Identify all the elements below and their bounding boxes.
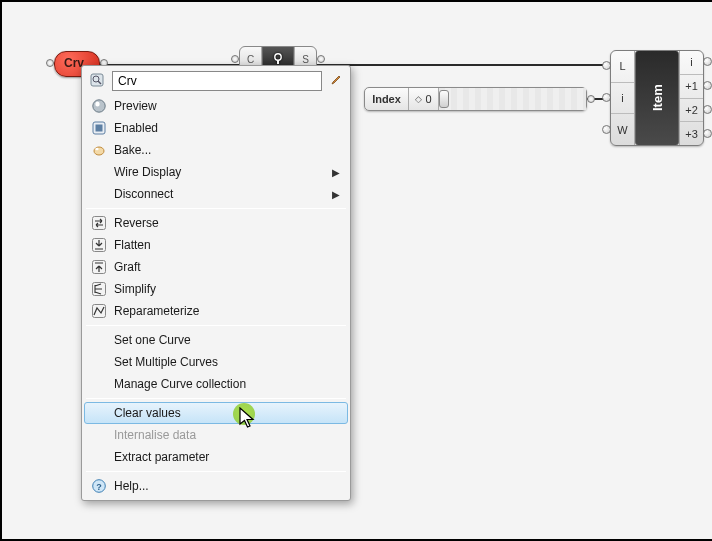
menu-item-set-multiple-curves[interactable]: Set Multiple Curves <box>84 351 348 373</box>
menu-label: Enabled <box>114 121 340 135</box>
menu-item-simplify[interactable]: Simplify <box>84 278 348 300</box>
output-port-+2[interactable]: +2 <box>680 99 703 123</box>
svg-point-9 <box>94 147 104 155</box>
input-port-W[interactable]: W <box>611 114 634 145</box>
index-slider-label: Index <box>365 88 409 110</box>
menu-item-reverse[interactable]: Reverse <box>84 212 348 234</box>
list-item-title: Item <box>635 51 679 145</box>
menu-label: Bake... <box>114 143 340 157</box>
graft-icon <box>91 259 107 275</box>
menu-label: Reparameterize <box>114 304 340 318</box>
menu-item-preview[interactable]: Preview <box>84 95 348 117</box>
flatten-icon <box>91 237 107 253</box>
menu-item-bake[interactable]: Bake... <box>84 139 348 161</box>
index-slider-thumb[interactable] <box>439 90 449 108</box>
menu-item-set-one-curve[interactable]: Set one Curve <box>84 329 348 351</box>
index-slider-track[interactable] <box>439 88 586 110</box>
menu-label: Graft <box>114 260 340 274</box>
wire <box>316 64 612 66</box>
menu-label: Manage Curve collection <box>114 377 340 391</box>
menu-separator <box>86 325 346 326</box>
svg-rect-8 <box>96 125 103 132</box>
menu-item-flatten[interactable]: Flatten <box>84 234 348 256</box>
menu-item-clear-values[interactable]: Clear values <box>84 402 348 424</box>
menu-item-extract-parameter[interactable]: Extract parameter <box>84 446 348 468</box>
menu-label: Set one Curve <box>114 333 340 347</box>
output-port-+1[interactable]: +1 <box>680 75 703 99</box>
context-menu-search-input[interactable] <box>112 71 322 91</box>
svg-point-6 <box>95 101 99 106</box>
menu-separator <box>86 471 346 472</box>
help-icon: ? <box>91 478 107 494</box>
grasshopper-canvas[interactable]: Crv C S Index 0 L i W Item i +1 +2 <box>2 2 712 539</box>
output-port-i[interactable]: i <box>680 51 703 75</box>
svg-text:?: ? <box>96 482 102 492</box>
menu-label: Set Multiple Curves <box>114 355 340 369</box>
menu-item-help[interactable]: ? Help... <box>84 475 348 497</box>
menu-label: Disconnect <box>114 187 326 201</box>
list-item-node[interactable]: L i W Item i +1 +2 +3 <box>610 50 704 146</box>
menu-label: Clear values <box>114 406 340 420</box>
submenu-arrow-icon: ▶ <box>332 189 340 200</box>
input-port-i[interactable]: i <box>611 83 634 115</box>
preview-icon <box>91 98 107 114</box>
eyedropper-icon[interactable] <box>326 72 344 90</box>
svg-point-5 <box>93 100 105 112</box>
menu-label: Help... <box>114 479 340 493</box>
menu-label: Simplify <box>114 282 340 296</box>
svg-rect-11 <box>93 217 106 230</box>
search-icon <box>89 72 105 88</box>
enabled-icon <box>91 120 107 136</box>
menu-item-wire-display[interactable]: Wire Display ▶ <box>84 161 348 183</box>
list-item-inputs: L i W <box>611 51 635 145</box>
menu-item-graft[interactable]: Graft <box>84 256 348 278</box>
menu-item-reparameterize[interactable]: Reparameterize <box>84 300 348 322</box>
menu-label: Reverse <box>114 216 340 230</box>
reparam-icon <box>91 303 107 319</box>
reverse-icon <box>91 215 107 231</box>
menu-item-internalise-data: Internalise data <box>84 424 348 446</box>
menu-label: Flatten <box>114 238 340 252</box>
svg-point-0 <box>275 54 281 60</box>
menu-item-disconnect[interactable]: Disconnect ▶ <box>84 183 348 205</box>
index-slider-node[interactable]: Index 0 <box>364 87 587 111</box>
svg-rect-1 <box>277 60 279 64</box>
submenu-arrow-icon: ▶ <box>332 167 340 178</box>
menu-item-manage-curve-collection[interactable]: Manage Curve collection <box>84 373 348 395</box>
menu-label: Wire Display <box>114 165 326 179</box>
output-port-+3[interactable]: +3 <box>680 122 703 145</box>
list-item-outputs: i +1 +2 +3 <box>679 51 703 145</box>
menu-item-enabled[interactable]: Enabled <box>84 117 348 139</box>
bake-icon <box>91 142 107 158</box>
menu-separator <box>86 398 346 399</box>
menu-label: Preview <box>114 99 340 113</box>
simplify-icon <box>91 281 107 297</box>
context-menu: Preview Enabled Bake... Wire Display ▶ D… <box>81 65 351 501</box>
menu-separator <box>86 208 346 209</box>
index-slider-value[interactable]: 0 <box>409 88 439 110</box>
menu-label: Extract parameter <box>114 450 340 464</box>
input-port-L[interactable]: L <box>611 51 634 83</box>
menu-label: Internalise data <box>114 428 340 442</box>
svg-point-10 <box>95 148 98 150</box>
